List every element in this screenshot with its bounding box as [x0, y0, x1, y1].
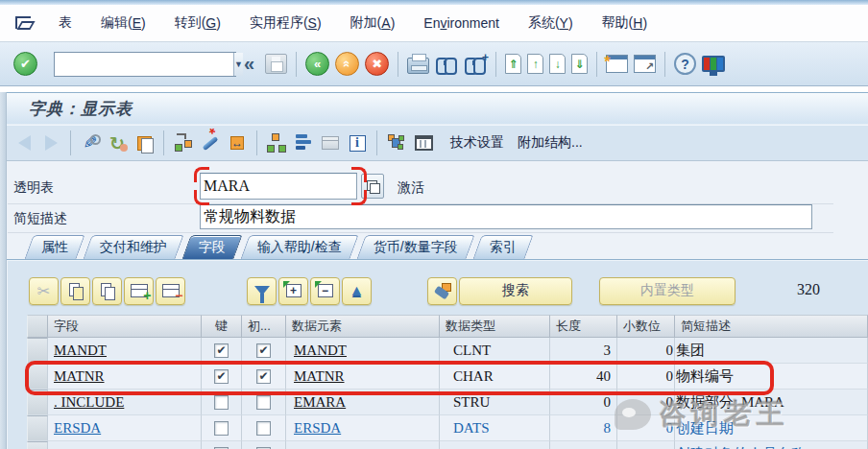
- row-selector[interactable]: [27, 441, 48, 449]
- append-structure-button[interactable]: 附加结构...: [518, 134, 583, 152]
- find-next-button[interactable]: +: [464, 55, 487, 74]
- standard-toolbar: ✔ ▼ « « « ✖ + ⇑ ↑ ↓ ⇓ ?: [0, 42, 868, 86]
- menu-table[interactable]: 表: [44, 5, 86, 41]
- command-field[interactable]: ▼: [54, 52, 236, 77]
- nav-forward-button[interactable]: [40, 132, 61, 154]
- collapse-button[interactable]: −: [310, 277, 340, 305]
- menu-bar: 表 编辑(E) 转到(G) 实用程序(S) 附加(A) Environment …: [0, 5, 868, 42]
- nav-back-button[interactable]: [13, 132, 35, 154]
- row-selector[interactable]: [27, 415, 48, 441]
- menu-hotkey: G: [205, 15, 216, 31]
- enter-button[interactable]: ✔: [13, 52, 37, 76]
- sort-button[interactable]: ▲: [342, 277, 372, 305]
- tab-entry-help-check[interactable]: 输入帮助/检查: [240, 235, 358, 259]
- key-checkbox[interactable]: ✔: [214, 369, 229, 384]
- description-cell: 物料编号: [675, 364, 868, 390]
- help-button[interactable]: ?: [674, 53, 696, 75]
- refresh-compare-button[interactable]: ↻: [107, 132, 128, 154]
- copy-object-button[interactable]: [133, 132, 155, 154]
- menu-environment[interactable]: Environment: [409, 5, 514, 41]
- short-description-input[interactable]: [200, 204, 812, 229]
- initial-checkbox[interactable]: [256, 421, 271, 436]
- object-hierarchy-button[interactable]: [266, 132, 287, 154]
- cut-button[interactable]: ✂: [29, 277, 59, 305]
- search-button[interactable]: 搜索: [459, 277, 572, 305]
- data-element-link[interactable]: MANDT: [294, 343, 347, 359]
- delete-row-button[interactable]: [156, 277, 185, 305]
- key-checkbox[interactable]: [214, 421, 229, 436]
- menu-extras[interactable]: 附加(A): [336, 5, 410, 41]
- new-session-button[interactable]: [606, 55, 628, 73]
- data-element-link[interactable]: ERNAM: [294, 446, 346, 449]
- where-used-button[interactable]: ↔: [227, 132, 248, 154]
- chevron-down-icon[interactable]: ▼: [233, 53, 243, 76]
- technical-settings-button[interactable]: 技术设置: [450, 134, 504, 152]
- save-button[interactable]: [265, 54, 287, 74]
- info-button[interactable]: i: [347, 132, 368, 154]
- row-selector[interactable]: [27, 390, 48, 415]
- command-input[interactable]: [55, 53, 233, 76]
- delimitation-button[interactable]: [173, 132, 194, 154]
- field-name-link[interactable]: ERNAM: [54, 446, 106, 449]
- collapse-icon: −: [318, 284, 333, 297]
- expand-icon: +: [286, 284, 301, 297]
- field-name-link[interactable]: MATNR: [54, 368, 105, 385]
- paste-rows-button[interactable]: [92, 277, 122, 305]
- menu-utilities[interactable]: 实用程序(S): [235, 5, 336, 41]
- tab-attributes[interactable]: 属性: [24, 235, 84, 259]
- menu-goto[interactable]: 转到(G): [160, 5, 235, 41]
- first-page-button[interactable]: ⇑: [505, 54, 521, 74]
- key-checkbox[interactable]: ✔: [214, 343, 229, 358]
- expand-button[interactable]: +: [278, 277, 308, 305]
- initial-checkbox[interactable]: ✔: [256, 343, 271, 358]
- sap-menu-icon[interactable]: [13, 14, 35, 32]
- data-element-link[interactable]: ERSDA: [294, 420, 341, 437]
- menu-edit[interactable]: 编辑(E): [86, 5, 160, 41]
- page-down-icon: ↓: [555, 58, 561, 71]
- cancel-button[interactable]: ✖: [365, 52, 389, 76]
- predefined-type-tool-button[interactable]: [427, 277, 457, 305]
- insert-row-button[interactable]: [124, 277, 154, 305]
- initial-checkbox[interactable]: ✔: [256, 369, 271, 384]
- tab-currency-quantity[interactable]: 货币/数量字段: [356, 235, 474, 259]
- sort-fields-button[interactable]: [293, 132, 314, 154]
- last-page-button[interactable]: ⇓: [571, 54, 588, 74]
- builtin-type-button[interactable]: 内置类型: [599, 277, 735, 305]
- page-up-button[interactable]: ↑: [527, 54, 543, 74]
- collapse-toolbar-icon[interactable]: «: [244, 53, 254, 75]
- tab-delivery-maintenance[interactable]: 交付和维护: [83, 235, 183, 259]
- menu-hotkey: E: [133, 15, 141, 31]
- paste-icon: [100, 283, 115, 298]
- print-button[interactable]: [407, 58, 429, 74]
- table-maintenance-button[interactable]: [320, 132, 341, 154]
- multiple-objects-icon[interactable]: [361, 174, 384, 199]
- initial-checkbox[interactable]: [256, 395, 271, 410]
- row-selector[interactable]: [27, 364, 48, 390]
- menu-system[interactable]: 系统(Y): [514, 5, 588, 41]
- row-selector[interactable]: [27, 338, 48, 364]
- exit-button[interactable]: «: [335, 52, 359, 76]
- menu-help[interactable]: 帮助(H): [588, 5, 662, 41]
- tab-fields[interactable]: 字段: [181, 235, 242, 259]
- field-name-link[interactable]: MANDT: [54, 343, 107, 359]
- arrow-right-icon: [45, 135, 58, 151]
- wizard-button[interactable]: [200, 132, 221, 154]
- copy-rows-button[interactable]: [60, 277, 90, 305]
- display-change-button[interactable]: ✎: [80, 132, 101, 154]
- toolbar-separator: [163, 130, 164, 155]
- tab-indexes[interactable]: 索引: [472, 235, 533, 259]
- page-down-button[interactable]: ↓: [549, 54, 566, 74]
- data-element-link[interactable]: EMARA: [294, 394, 346, 411]
- create-shortcut-button[interactable]: [634, 55, 656, 73]
- data-element-link[interactable]: MATNR: [294, 368, 345, 385]
- field-name-link[interactable]: ERSDA: [54, 420, 101, 437]
- key-checkbox[interactable]: [214, 395, 229, 410]
- filter-button[interactable]: [247, 277, 277, 305]
- runtime-object-button[interactable]: [386, 132, 407, 154]
- back-button[interactable]: «: [305, 52, 329, 76]
- customize-layout-button[interactable]: [702, 56, 725, 72]
- table-contents-button[interactable]: [413, 132, 434, 154]
- field-name-link[interactable]: . INCLUDE: [54, 394, 124, 411]
- find-button[interactable]: [435, 55, 458, 74]
- table-name-input[interactable]: [200, 173, 357, 200]
